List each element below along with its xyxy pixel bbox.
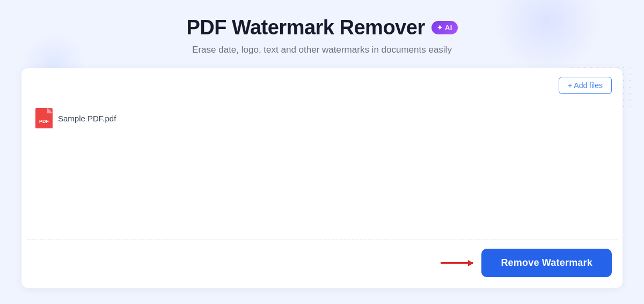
- top-bar: + Add files: [21, 68, 623, 99]
- file-name: Sample PDF.pdf: [58, 114, 116, 123]
- title-row: PDF Watermark Remover ✦ AI: [186, 16, 457, 39]
- page-title: PDF Watermark Remover: [186, 16, 425, 39]
- pdf-file-icon: PDF: [35, 108, 53, 128]
- remove-watermark-button[interactable]: Remove Watermark: [481, 249, 612, 277]
- page-container: PDF Watermark Remover ✦ AI Erase date, l…: [0, 0, 644, 304]
- arrow-indicator: [441, 262, 473, 264]
- add-files-button[interactable]: + Add files: [559, 77, 612, 94]
- svg-text:PDF: PDF: [39, 119, 49, 124]
- main-content-card: + Add files PDF: [21, 68, 623, 288]
- ai-sparkle-icon: ✦: [437, 24, 443, 32]
- file-list: PDF Sample PDF.pdf: [21, 99, 623, 240]
- list-item: PDF Sample PDF.pdf: [32, 104, 612, 133]
- bottom-bar: Remove Watermark: [21, 240, 623, 288]
- subtitle: Erase date, logo, text and other waterma…: [186, 45, 457, 55]
- ai-badge-label: AI: [445, 24, 452, 32]
- arrow-line: [441, 262, 473, 264]
- header: PDF Watermark Remover ✦ AI Erase date, l…: [186, 16, 457, 55]
- ai-badge: ✦ AI: [431, 21, 458, 34]
